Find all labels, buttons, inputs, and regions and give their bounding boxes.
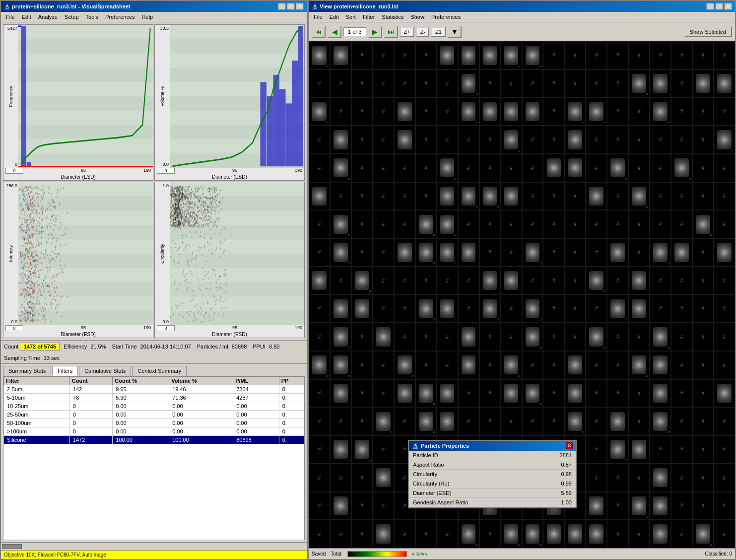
particle-cell[interactable] (564, 351, 586, 379)
particle-cell[interactable]: # (501, 126, 522, 154)
maximize-btn[interactable]: □ (287, 3, 295, 10)
particle-cell[interactable]: # (309, 435, 330, 464)
particle-cell[interactable]: # (309, 323, 330, 351)
particle-cell[interactable]: # (522, 294, 543, 323)
particle-cell[interactable]: # (373, 70, 394, 98)
particle-cell[interactable]: # (522, 238, 543, 267)
particle-cell[interactable] (607, 238, 628, 267)
particle-cell[interactable]: # (330, 154, 351, 182)
particle-cell[interactable]: # (650, 210, 671, 238)
particle-cell[interactable]: # (458, 294, 479, 323)
particle-cell[interactable]: # (714, 182, 735, 210)
particle-cell[interactable]: # (628, 464, 650, 492)
particle-cell[interactable]: # (522, 154, 543, 182)
particle-cell[interactable]: # (628, 379, 650, 408)
particle-cell[interactable]: # (607, 464, 628, 492)
particle-cell[interactable]: # (628, 520, 650, 548)
particle-cell[interactable]: # (692, 267, 714, 295)
particle-cell[interactable]: # (309, 70, 330, 98)
particle-cell[interactable] (437, 182, 458, 210)
particle-cell[interactable] (564, 520, 586, 548)
particle-cell[interactable] (501, 182, 522, 210)
particle-cell[interactable]: # (650, 435, 671, 464)
particle-cell[interactable]: # (309, 492, 330, 520)
right-maximize-btn[interactable]: □ (715, 3, 723, 10)
particle-cell[interactable] (543, 520, 564, 548)
particle-cell[interactable]: # (671, 520, 692, 548)
particle-cell[interactable]: # (415, 520, 437, 548)
particle-cell[interactable]: # (373, 351, 394, 379)
right-menu-show[interactable]: Show (407, 13, 427, 21)
particle-cell[interactable]: # (564, 267, 586, 295)
zoom-out-btn[interactable]: Z- (416, 27, 429, 37)
menu-edit[interactable]: Edit (19, 13, 34, 21)
particle-cell[interactable]: # (586, 41, 607, 70)
particle-cell[interactable]: # (714, 351, 735, 379)
close-btn[interactable]: ✕ (296, 3, 304, 10)
particle-cell[interactable] (650, 520, 671, 548)
particle-cell[interactable]: # (394, 41, 415, 70)
particle-cell[interactable]: # (394, 70, 415, 98)
particle-cell[interactable]: # (309, 294, 330, 323)
zoom-in-btn[interactable]: Z+ (400, 27, 414, 37)
particle-cell[interactable] (650, 464, 671, 492)
particle-cell[interactable]: # (330, 182, 351, 210)
particle-cell[interactable]: # (692, 294, 714, 323)
particle-cell[interactable]: # (415, 182, 437, 210)
particle-cell[interactable]: # (692, 154, 714, 182)
particle-cell[interactable] (543, 154, 564, 182)
particle-cell[interactable]: # (479, 351, 501, 379)
vol-x-min-input[interactable] (157, 168, 175, 174)
particle-cell[interactable]: # (522, 210, 543, 238)
particle-cell[interactable]: # (373, 435, 394, 464)
particle-cell[interactable]: # (671, 97, 692, 126)
particle-cell[interactable] (309, 267, 330, 295)
particle-cell[interactable] (628, 267, 650, 295)
particle-cell[interactable]: # (671, 154, 692, 182)
particle-cell[interactable] (437, 379, 458, 408)
particle-cell[interactable]: # (373, 41, 394, 70)
particle-cell[interactable]: # (564, 70, 586, 98)
particle-cell[interactable]: # (714, 294, 735, 323)
particle-cell[interactable]: # (692, 379, 714, 408)
particle-cell[interactable]: # (309, 464, 330, 492)
particle-cell[interactable]: # (522, 70, 543, 98)
particle-cell[interactable]: # (564, 238, 586, 267)
particle-cell[interactable]: # (479, 210, 501, 238)
particle-cell[interactable]: # (607, 323, 628, 351)
particle-cell[interactable]: # (458, 520, 479, 548)
particle-cell[interactable]: # (458, 210, 479, 238)
particle-cell[interactable]: # (501, 407, 522, 435)
particle-cell[interactable]: # (479, 407, 501, 435)
particle-cell[interactable]: # (501, 520, 522, 548)
particle-cell[interactable]: # (522, 351, 543, 379)
particle-cell[interactable] (564, 126, 586, 154)
particle-cell[interactable]: # (628, 97, 650, 126)
particle-cell[interactable] (479, 267, 501, 295)
particle-cell[interactable] (714, 379, 735, 408)
particle-cell[interactable]: # (501, 351, 522, 379)
particle-cell[interactable]: # (628, 492, 650, 520)
particle-cell[interactable]: # (714, 154, 735, 182)
particle-cell[interactable]: # (373, 492, 394, 520)
particle-cell[interactable]: # (586, 379, 607, 408)
zoom-reset-btn[interactable]: Z1 (431, 27, 446, 37)
particle-cell[interactable]: # (650, 294, 671, 323)
particle-cell[interactable] (501, 267, 522, 295)
particle-cell[interactable]: # (437, 210, 458, 238)
particle-cell[interactable]: # (692, 182, 714, 210)
particle-cell[interactable]: # (586, 210, 607, 238)
particle-cell[interactable]: # (415, 351, 437, 379)
particle-cell[interactable]: # (373, 154, 394, 182)
particle-cell[interactable]: # (351, 210, 373, 238)
particle-cell[interactable] (628, 435, 650, 464)
particle-cell[interactable]: # (458, 154, 479, 182)
particle-cell[interactable]: # (671, 351, 692, 379)
menu-tools[interactable]: Tools (83, 13, 102, 21)
particle-cell[interactable]: # (330, 323, 351, 351)
particle-cell[interactable]: # (522, 41, 543, 70)
nav-last-btn[interactable]: ⏭ (384, 26, 398, 38)
particle-cell[interactable]: # (628, 70, 650, 98)
particle-cell[interactable] (650, 70, 671, 98)
particle-cell[interactable]: # (415, 70, 437, 98)
